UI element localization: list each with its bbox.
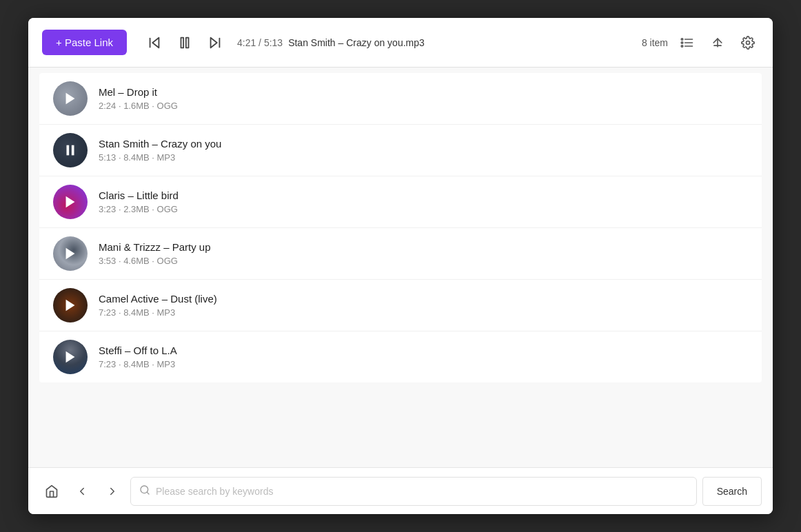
track-meta: 3:23 · 2.3MB · OGG <box>99 204 748 214</box>
home-button[interactable] <box>39 479 64 504</box>
settings-icon <box>741 36 755 50</box>
track-meta: 7:23 · 8.4MB · MP3 <box>99 359 748 369</box>
sort-icon <box>711 36 724 50</box>
track-info: Mel – Drop it 2:24 · 1.6MB · OGG <box>99 86 748 111</box>
toolbar-right: 8 item <box>642 32 759 54</box>
svg-marker-4 <box>211 37 217 48</box>
play-track-icon <box>63 349 78 365</box>
search-bar-icon <box>139 484 150 498</box>
track-info: Steffi – Off to L.A 7:23 · 8.4MB · MP3 <box>99 345 748 369</box>
track-info: Mani & Trizzz – Party up 3:53 · 4.6MB · … <box>99 241 748 266</box>
play-track-icon <box>63 246 78 261</box>
search-bar-wrapper <box>130 477 697 506</box>
search-list-button[interactable] <box>676 32 698 54</box>
track-meta: 7:23 · 8.4MB · MP3 <box>99 307 748 318</box>
track-thumbnail <box>53 340 88 374</box>
track-item[interactable]: Claris – Little bird 3:23 · 2.3MB · OGG <box>39 176 762 228</box>
forward-button[interactable] <box>100 479 125 504</box>
svg-marker-19 <box>66 248 75 260</box>
play-track-icon <box>63 91 78 106</box>
svg-point-9 <box>681 38 683 40</box>
track-title: Claris – Little bird <box>99 190 748 201</box>
svg-rect-16 <box>67 145 70 156</box>
track-meta: 2:24 · 1.6MB · OGG <box>99 101 748 111</box>
search-button[interactable]: Search <box>702 477 762 506</box>
search-list-icon <box>680 36 694 50</box>
skip-back-icon <box>147 35 162 50</box>
skip-forward-button[interactable] <box>204 32 226 54</box>
svg-marker-18 <box>66 196 75 208</box>
home-icon <box>45 484 59 498</box>
back-icon <box>76 485 88 498</box>
play-track-icon <box>63 194 78 209</box>
now-playing-title: Stan Smith – Crazy on you.mp3 <box>288 37 425 48</box>
svg-rect-3 <box>186 37 189 48</box>
transport-controls <box>143 32 226 54</box>
back-button[interactable] <box>70 479 94 504</box>
svg-marker-20 <box>66 300 75 311</box>
track-title: Mel – Drop it <box>99 86 748 98</box>
svg-marker-0 <box>152 37 159 48</box>
time-display: 4:21 / 5:13 <box>237 37 283 48</box>
track-thumbnail <box>53 81 88 116</box>
pause-icon <box>177 35 192 50</box>
track-thumbnail <box>53 236 88 271</box>
track-item[interactable]: Mani & Trizzz – Party up 3:53 · 4.6MB · … <box>39 228 762 280</box>
track-title: Stan Smith – Crazy on you <box>99 138 748 150</box>
svg-point-10 <box>681 41 683 43</box>
track-item[interactable]: Camel Active – Dust (live) 7:23 · 8.4MB … <box>39 280 762 331</box>
svg-rect-17 <box>72 145 74 156</box>
track-info: Stan Smith – Crazy on you 5:13 · 8.4MB ·… <box>99 138 748 163</box>
track-thumbnail <box>53 133 88 167</box>
track-title: Camel Active – Dust (live) <box>99 293 748 305</box>
skip-back-button[interactable] <box>143 32 165 54</box>
toolbar: + Paste Link <box>28 18 773 68</box>
track-meta: 3:53 · 4.6MB · OGG <box>99 256 748 266</box>
sort-button[interactable] <box>707 32 729 54</box>
svg-rect-2 <box>181 37 183 48</box>
paste-link-button[interactable]: + Paste Link <box>42 30 127 55</box>
track-info: Camel Active – Dust (live) 7:23 · 8.4MB … <box>99 293 748 318</box>
play-track-icon <box>63 298 78 313</box>
svg-marker-21 <box>66 351 75 363</box>
track-title: Steffi – Off to L.A <box>99 345 748 356</box>
svg-point-14 <box>747 41 750 44</box>
playlist-container: Mel – Drop it 2:24 · 1.6MB · OGG Stan Sm… <box>39 73 762 382</box>
pause-button[interactable] <box>174 32 196 54</box>
track-thumbnail <box>53 185 88 219</box>
svg-point-11 <box>681 45 683 47</box>
track-item[interactable]: Mel – Drop it 2:24 · 1.6MB · OGG <box>39 73 762 125</box>
now-playing: 4:21 / 5:13Stan Smith – Crazy on you.mp3 <box>237 37 631 48</box>
track-item[interactable]: Stan Smith – Crazy on you 5:13 · 8.4MB ·… <box>39 125 762 176</box>
item-count: 8 item <box>642 37 668 48</box>
pause-track-icon <box>63 143 78 158</box>
app-window: + Paste Link <box>28 18 773 514</box>
forward-icon <box>106 485 119 498</box>
track-item[interactable]: Steffi – Off to L.A 7:23 · 8.4MB · MP3 <box>39 331 762 382</box>
search-input[interactable] <box>156 486 688 497</box>
track-thumbnail <box>53 288 88 323</box>
skip-forward-icon <box>207 35 223 50</box>
track-info: Claris – Little bird 3:23 · 2.3MB · OGG <box>99 190 748 214</box>
bottom-bar: Search <box>28 467 773 514</box>
svg-line-23 <box>147 492 149 494</box>
svg-marker-15 <box>66 93 75 105</box>
track-title: Mani & Trizzz – Party up <box>99 241 748 253</box>
settings-button[interactable] <box>737 32 759 54</box>
track-meta: 5:13 · 8.4MB · MP3 <box>99 152 748 163</box>
main-content: Mel – Drop it 2:24 · 1.6MB · OGG Stan Sm… <box>28 68 773 467</box>
